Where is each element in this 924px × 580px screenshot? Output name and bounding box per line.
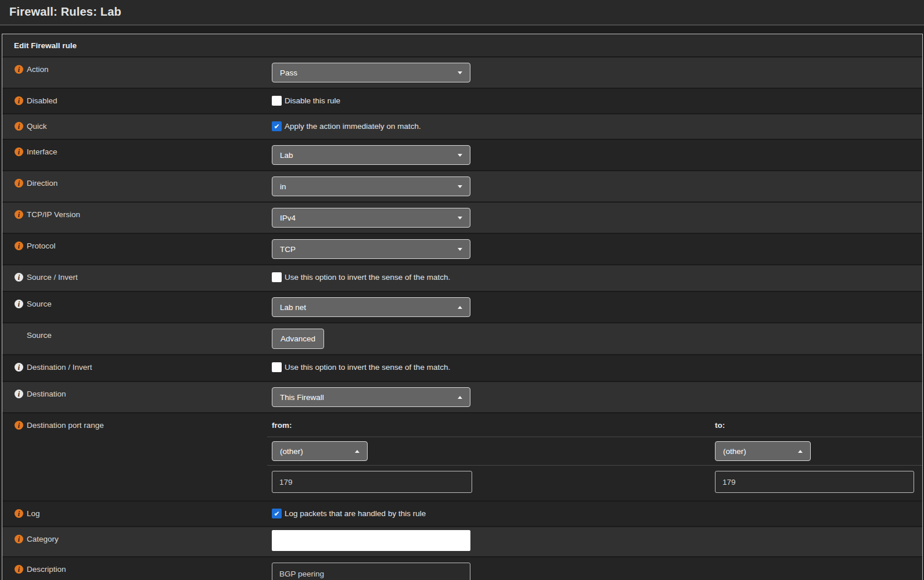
row-direction: Direction in	[2, 171, 922, 203]
info-icon[interactable]	[15, 300, 23, 308]
row-ipversion: TCP/IP Version IPv4	[2, 203, 922, 234]
row-category: Category	[2, 527, 922, 557]
destination-label: Destination	[27, 390, 66, 399]
source-advanced-button[interactable]: Advanced	[272, 329, 324, 349]
caret-up-icon	[458, 396, 462, 399]
action-select[interactable]: Pass	[272, 63, 470, 82]
info-icon[interactable]	[15, 390, 23, 398]
port-to-input[interactable]	[715, 471, 914, 493]
source-label: Source	[27, 300, 52, 309]
quick-checkbox-label: Apply the action immediately on match.	[285, 122, 421, 131]
quick-checkbox[interactable]	[272, 121, 282, 131]
port-to-select-value: (other)	[723, 447, 746, 456]
disabled-checkbox[interactable]	[272, 96, 282, 106]
interface-select-value: Lab	[280, 151, 293, 160]
destination-invert-label: Destination / Invert	[27, 363, 92, 372]
source-invert-label: Source / Invert	[27, 273, 78, 282]
description-input[interactable]	[272, 563, 470, 580]
page-title: Firewall: Rules: Lab	[9, 5, 915, 19]
row-source-invert: Source / Invert Use this option to inver…	[2, 265, 922, 292]
ipversion-select[interactable]: IPv4	[272, 208, 470, 228]
source-invert-checkbox[interactable]	[272, 272, 282, 282]
direction-select[interactable]: in	[272, 176, 470, 196]
ipversion-select-value: IPv4	[280, 214, 296, 222]
port-to-label: to:	[710, 413, 922, 437]
quick-label: Quick	[27, 122, 47, 131]
row-action: Action Pass	[2, 57, 922, 89]
action-label: Action	[27, 65, 49, 74]
edit-firewall-rule-panel: Edit Firewall rule Action Pass Disabled …	[2, 34, 923, 580]
port-from-input[interactable]	[272, 471, 472, 493]
log-checkbox-label: Log packets that are handled by this rul…	[285, 509, 426, 518]
protocol-select-value: TCP	[280, 245, 296, 254]
log-label: Log	[27, 509, 40, 518]
destination-select-value: This Firewall	[280, 393, 324, 402]
interface-select[interactable]: Lab	[272, 145, 470, 165]
destination-invert-checkbox[interactable]	[272, 362, 282, 372]
row-source-advanced: Source Advanced	[2, 323, 922, 355]
source-invert-checkbox-label: Use this option to invert the sense of t…	[285, 273, 450, 282]
action-select-value: Pass	[280, 69, 297, 77]
caret-down-icon	[458, 71, 462, 74]
panel-header: Edit Firewall rule	[2, 34, 922, 57]
caret-down-icon	[458, 248, 462, 251]
info-icon[interactable]	[15, 565, 23, 574]
protocol-select[interactable]: TCP	[272, 239, 470, 259]
info-icon[interactable]	[15, 210, 23, 219]
info-icon[interactable]	[15, 273, 23, 282]
row-log: Log Log packets that are handled by this…	[2, 502, 922, 527]
info-icon[interactable]	[15, 179, 23, 188]
port-from-select-value: (other)	[280, 447, 303, 456]
protocol-label: Protocol	[27, 242, 56, 251]
info-icon[interactable]	[15, 421, 23, 430]
direction-select-value: in	[280, 182, 286, 191]
row-interface: Interface Lab	[2, 140, 922, 171]
description-label: Description	[27, 565, 66, 574]
row-description: Description	[2, 557, 922, 580]
destination-invert-checkbox-label: Use this option to invert the sense of t…	[285, 363, 450, 372]
port-from-select[interactable]: (other)	[272, 441, 368, 461]
info-icon[interactable]	[15, 147, 23, 156]
row-destination-invert: Destination / Invert Use this option to …	[2, 355, 922, 382]
row-disabled: Disabled Disable this rule	[2, 89, 922, 114]
caret-down-icon	[458, 185, 462, 188]
category-input[interactable]	[272, 530, 470, 551]
row-destination-port-range: Destination port range from: to: (other)…	[2, 413, 922, 502]
info-icon[interactable]	[15, 96, 23, 105]
info-icon[interactable]	[15, 65, 23, 74]
log-checkbox[interactable]	[272, 509, 282, 518]
caret-down-icon	[458, 154, 462, 157]
info-icon[interactable]	[15, 509, 23, 518]
source-select[interactable]: Lab net	[272, 297, 470, 317]
row-quick: Quick Apply the action immediately on ma…	[2, 114, 922, 140]
caret-down-icon	[458, 217, 462, 219]
source-advanced-label: Source	[27, 331, 52, 340]
caret-up-icon	[458, 306, 462, 309]
destination-port-range-label: Destination port range	[27, 421, 104, 430]
category-label: Category	[27, 535, 59, 544]
disabled-checkbox-label: Disable this rule	[285, 96, 340, 105]
port-from-label: from:	[267, 413, 710, 437]
info-icon[interactable]	[15, 242, 23, 250]
row-protocol: Protocol TCP	[2, 234, 922, 265]
disabled-label: Disabled	[27, 96, 57, 106]
row-destination: Destination This Firewall	[2, 382, 922, 413]
info-icon[interactable]	[15, 363, 23, 372]
row-source: Source Lab net	[2, 292, 922, 323]
source-select-value: Lab net	[280, 303, 306, 312]
ipversion-label: TCP/IP Version	[27, 210, 80, 219]
port-to-select[interactable]: (other)	[715, 441, 811, 461]
caret-up-icon	[798, 450, 803, 453]
interface-label: Interface	[27, 147, 57, 157]
top-bar: Firewall: Rules: Lab	[0, 0, 924, 26]
caret-up-icon	[355, 450, 359, 453]
info-icon[interactable]	[15, 122, 23, 131]
destination-select[interactable]: This Firewall	[272, 387, 470, 407]
direction-label: Direction	[27, 179, 57, 188]
info-icon[interactable]	[15, 535, 23, 543]
